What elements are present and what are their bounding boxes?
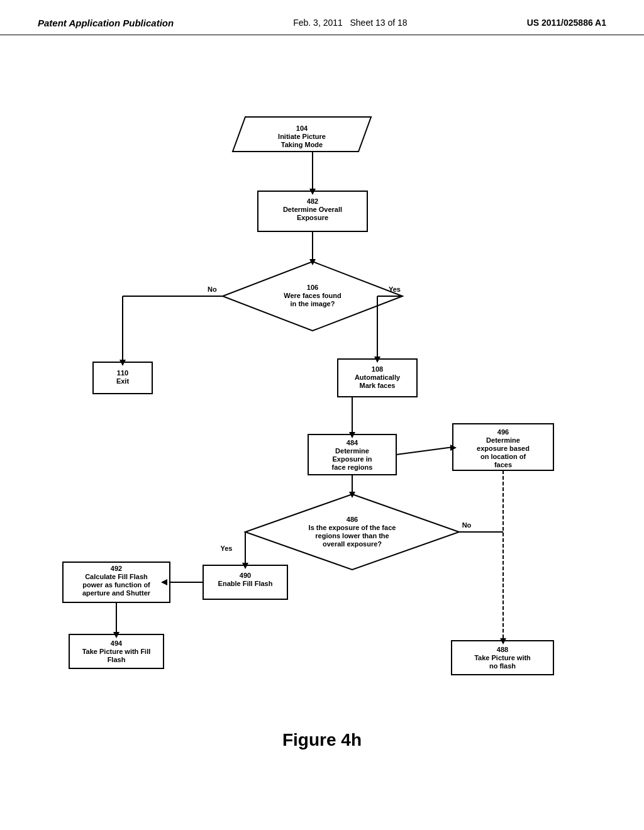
svg-text:Take Picture with: Take Picture with: [474, 654, 531, 661]
svg-text:484: 484: [347, 439, 358, 446]
svg-text:490: 490: [240, 572, 251, 579]
svg-text:No: No: [462, 521, 472, 529]
svg-text:Figure 4h: Figure 4h: [282, 730, 362, 750]
svg-text:overall exposure?: overall exposure?: [323, 540, 382, 548]
svg-text:Is the exposure of the face: Is the exposure of the face: [309, 524, 396, 531]
svg-text:110: 110: [117, 369, 128, 377]
svg-text:Take Picture with Fill: Take Picture with Fill: [82, 648, 151, 655]
header-date-sheet: Feb. 3, 2011 Sheet 13 of 18: [293, 18, 407, 28]
svg-text:Automatically: Automatically: [355, 374, 401, 381]
svg-text:face regions: face regions: [332, 463, 373, 471]
svg-text:in the image?: in the image?: [291, 300, 335, 307]
svg-text:on location of: on location of: [480, 453, 526, 460]
svg-text:aperture and Shutter: aperture and Shutter: [82, 589, 151, 597]
page-header: Patent Application Publication Feb. 3, 2…: [0, 0, 644, 35]
svg-text:488: 488: [497, 646, 508, 653]
svg-line-25: [396, 447, 453, 455]
svg-text:494: 494: [111, 639, 123, 647]
svg-text:Determine Overall: Determine Overall: [283, 206, 342, 213]
svg-text:Flash: Flash: [108, 656, 126, 663]
svg-text:power as function of: power as function of: [82, 581, 150, 589]
svg-text:Were faces found: Were faces found: [284, 292, 341, 299]
svg-text:No: No: [208, 285, 217, 293]
svg-text:Yes: Yes: [389, 285, 401, 293]
svg-text:Mark faces: Mark faces: [360, 382, 396, 389]
svg-text:regions lower than the: regions lower than the: [315, 532, 389, 540]
svg-text:Initiate Picture: Initiate Picture: [278, 133, 326, 140]
svg-text:Determine: Determine: [486, 436, 520, 444]
sheet-info: Sheet 13 of 18: [350, 18, 407, 28]
svg-text:exposure based: exposure based: [477, 445, 530, 452]
svg-text:Determine: Determine: [335, 447, 369, 455]
publication-date: Feb. 3, 2011: [293, 18, 343, 28]
diagram-area: No Yes 104 Initiate Picture Taking Mode …: [0, 35, 644, 777]
flowchart-svg: No Yes 104 Initiate Picture Taking Mode …: [0, 35, 644, 777]
svg-text:106: 106: [307, 284, 318, 291]
patent-number: US 2011/025886 A1: [527, 18, 606, 28]
svg-text:Exposure: Exposure: [297, 214, 328, 221]
svg-text:496: 496: [497, 428, 509, 436]
svg-text:Exposure in: Exposure in: [333, 455, 372, 463]
svg-text:Exit: Exit: [116, 377, 130, 385]
svg-text:Yes: Yes: [221, 545, 233, 552]
svg-text:482: 482: [307, 197, 318, 205]
svg-text:faces: faces: [494, 461, 512, 468]
svg-text:no flash: no flash: [489, 662, 516, 670]
svg-text:492: 492: [111, 565, 122, 572]
svg-text:Calculate Fill Flash: Calculate Fill Flash: [85, 573, 148, 580]
svg-text:Enable Fill Flash: Enable Fill Flash: [218, 580, 273, 587]
svg-text:486: 486: [347, 516, 358, 523]
svg-text:104: 104: [296, 124, 308, 132]
publication-title: Patent Application Publication: [38, 18, 174, 28]
svg-text:Taking Mode: Taking Mode: [281, 141, 323, 148]
svg-text:108: 108: [372, 365, 383, 373]
